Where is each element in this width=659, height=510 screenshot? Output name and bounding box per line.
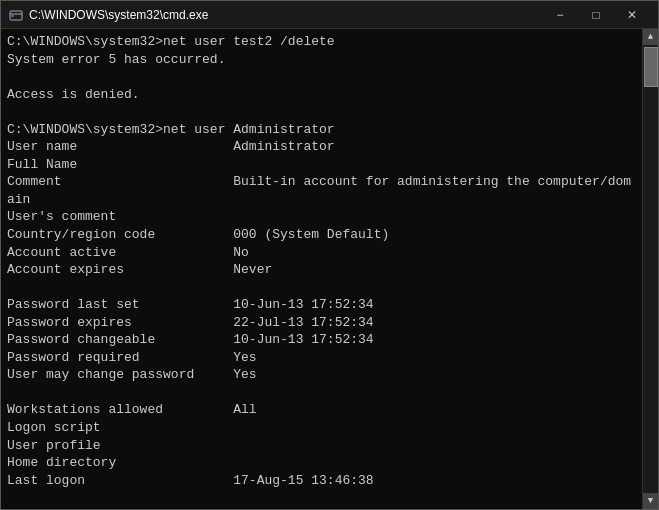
scroll-down-button[interactable]: ▼ [643,493,659,509]
window-icon [9,8,23,22]
svg-rect-2 [11,15,14,17]
scroll-thumb[interactable] [644,47,658,87]
window-controls: − □ ✕ [542,1,650,29]
terminal-text: C:\WINDOWS\system32>net user test2 /dele… [7,33,636,509]
minimize-button[interactable]: − [542,1,578,29]
cmd-window: C:\WINDOWS\system32\cmd.exe − □ ✕ C:\WIN… [0,0,659,510]
terminal-output[interactable]: C:\WINDOWS\system32>net user test2 /dele… [1,29,642,509]
close-button[interactable]: ✕ [614,1,650,29]
scroll-up-button[interactable]: ▲ [643,29,659,45]
window-title: C:\WINDOWS\system32\cmd.exe [29,8,542,22]
titlebar: C:\WINDOWS\system32\cmd.exe − □ ✕ [1,1,658,29]
maximize-button[interactable]: □ [578,1,614,29]
terminal-container: C:\WINDOWS\system32>net user test2 /dele… [1,29,658,509]
scrollbar[interactable]: ▲ ▼ [642,29,658,509]
